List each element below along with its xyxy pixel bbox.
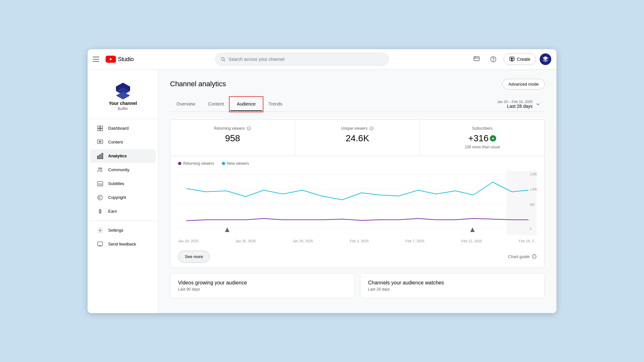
create-label: Create [517, 57, 530, 62]
sidebar-item-community[interactable]: Community [90, 163, 156, 177]
feedback-label: Send feedback [108, 242, 136, 246]
advanced-mode-button[interactable]: Advanced mode [502, 79, 545, 89]
page-header: Channel analytics Advanced mode [170, 79, 545, 89]
svg-marker-9 [511, 58, 513, 60]
header: Studio [88, 49, 556, 70]
sidebar-item-feedback[interactable]: Send feedback [90, 237, 156, 251]
x-label-6: Feb 16, 2... [519, 239, 537, 243]
dashboard-icon [97, 125, 104, 132]
tab-overview[interactable]: Overview [170, 97, 202, 111]
metric-label-unique: Unique viewers [303, 126, 412, 131]
svg-rect-18 [100, 126, 103, 128]
menu-icon[interactable] [93, 55, 100, 63]
tabs-bar: Overview Content Audience Trends Jan 20 … [170, 97, 545, 112]
tab-content[interactable]: Content [202, 97, 230, 111]
date-range-text: Jan 20 – Feb 16, 2025 Last 28 days [497, 100, 533, 109]
svg-text:1,000: 1,000 [530, 188, 537, 191]
svg-marker-50 [225, 227, 230, 232]
svg-rect-23 [98, 156, 99, 159]
main-layout: Your channel Buffer Dashboard [88, 70, 556, 313]
date-range-label: Jan 20 – Feb 16, 2025 [497, 100, 533, 104]
feedback-icon [97, 241, 104, 248]
up-arrow-icon [490, 135, 496, 142]
search-input[interactable] [229, 57, 384, 62]
legend-dot-returning [178, 162, 181, 165]
bottom-card-videos-sub: Last 90 days [178, 287, 347, 292]
svg-point-35 [99, 229, 101, 231]
svg-rect-3 [474, 57, 479, 61]
chart-legend: Returning viewers New viewers [178, 161, 537, 166]
metric-value-returning: 958 [178, 133, 287, 144]
help-icon[interactable] [487, 53, 500, 66]
metric-value-subscribers: +316 [428, 133, 537, 144]
svg-text:500: 500 [530, 203, 535, 207]
metric-unique-viewers: Unique viewers 24.6K [295, 120, 420, 156]
metric-label-returning: Returning viewers [178, 126, 287, 131]
date-range-selector[interactable]: Jan 20 – Feb 16, 2025 Last 28 days [493, 97, 545, 111]
svg-rect-20 [100, 128, 103, 131]
subtitles-icon [97, 180, 104, 187]
search-bar[interactable] [215, 53, 389, 66]
bottom-cards: Videos growing your audience Last 90 day… [170, 273, 545, 298]
header-actions: Create [470, 53, 551, 66]
chart-container: Returning viewers New viewers [170, 156, 545, 247]
svg-text:?: ? [534, 255, 535, 258]
svg-marker-13 [543, 59, 548, 62]
info-icon-returning[interactable] [247, 126, 251, 131]
avatar[interactable] [540, 53, 551, 65]
metric-returning-viewers: Returning viewers 958 [170, 120, 295, 156]
copyright-icon [97, 194, 104, 201]
sidebar-item-subtitles[interactable]: Subtitles [90, 177, 156, 190]
channel-avatar[interactable] [112, 79, 134, 101]
metric-label-subscribers: Subscribers [428, 126, 537, 131]
settings-icon [97, 227, 104, 234]
x-label-4: Feb 7, 2025 [405, 239, 424, 243]
sidebar-divider-2 [88, 221, 158, 221]
svg-marker-0 [110, 58, 112, 60]
sidebar-item-copyright[interactable]: Copyright [90, 191, 156, 204]
chart-guide[interactable]: Chart guide ? [508, 254, 537, 259]
x-label-2: Jan 29, 2025 [293, 239, 313, 243]
settings-label: Settings [108, 228, 123, 233]
sidebar-item-content[interactable]: Content [90, 135, 156, 149]
sidebar-item-dashboard[interactable]: Dashboard [90, 122, 156, 135]
earn-label: Earn [108, 209, 117, 214]
chart-actions: See more Chart guide ? [170, 247, 545, 268]
app-window: Studio [88, 49, 556, 313]
bottom-card-videos: Videos growing your audience Last 90 day… [170, 273, 355, 298]
chevron-down-icon [535, 101, 541, 107]
legend-returning: Returning viewers [178, 161, 214, 166]
svg-point-33 [98, 195, 103, 200]
tab-audience[interactable]: Audience [230, 97, 262, 111]
info-icon-unique[interactable] [369, 126, 374, 131]
chart-area: 1,500 1,000 500 0 [178, 171, 537, 235]
svg-marker-51 [470, 227, 475, 232]
create-button[interactable]: Create [504, 53, 536, 65]
comments-icon[interactable] [470, 53, 483, 66]
chart-x-labels: Jan 20, 2025 Jan 25, 2025 Jan 29, 2025 F… [178, 237, 537, 244]
x-label-0: Jan 20, 2025 [178, 239, 199, 243]
create-icon [509, 56, 515, 62]
search-icon [221, 57, 225, 62]
content-label: Content [108, 140, 123, 144]
sidebar: Your channel Buffer Dashboard [88, 70, 158, 313]
svg-rect-19 [98, 128, 100, 131]
chart-svg: 1,500 1,000 500 0 [178, 171, 537, 235]
subtitles-label: Subtitles [108, 181, 124, 186]
tab-trends[interactable]: Trends [262, 97, 289, 111]
channel-name: Your channel [109, 101, 137, 106]
sidebar-item-settings[interactable]: Settings [90, 224, 156, 237]
x-label-5: Feb 12, 2025 [461, 239, 482, 243]
sidebar-item-earn[interactable]: Earn [90, 205, 156, 218]
channel-handle: Buffer [118, 107, 128, 111]
x-label-1: Jan 25, 2025 [235, 239, 256, 243]
sidebar-item-analytics[interactable]: Analytics [90, 149, 156, 163]
analytics-icon [97, 153, 104, 160]
x-label-3: Feb 3, 2025 [350, 239, 369, 243]
svg-point-26 [99, 168, 100, 169]
community-icon [97, 166, 104, 173]
see-more-button[interactable]: See more [178, 251, 210, 263]
youtube-logo-icon [106, 56, 116, 63]
metrics-row: Returning viewers 958 Unique viewe [170, 120, 545, 156]
svg-rect-36 [98, 242, 103, 246]
